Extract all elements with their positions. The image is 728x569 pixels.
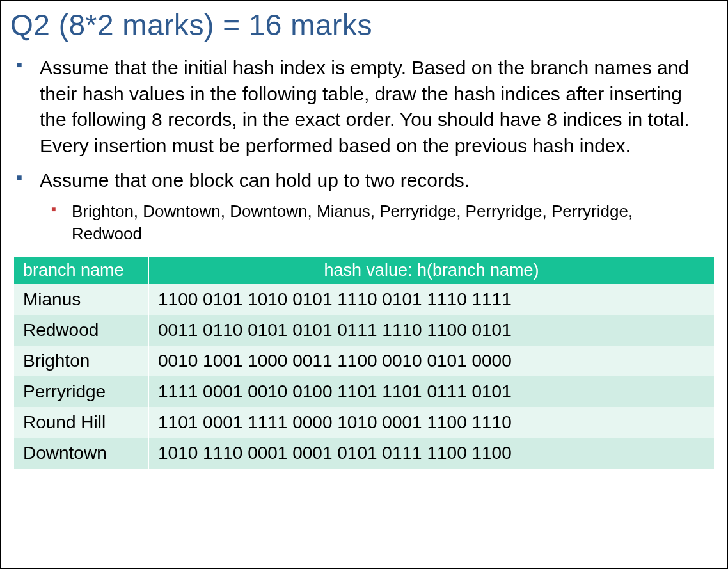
- table-row: Perryridge 1111 0001 0010 0100 1101 1101…: [14, 376, 714, 407]
- cell-hash-value: 1010 1110 0001 0001 0101 0111 1100 1100: [148, 438, 714, 469]
- table-row: Round Hill 1101 0001 1111 0000 1010 0001…: [14, 407, 714, 438]
- cell-hash-value: 0010 1001 1000 0011 1100 0010 0101 0000: [148, 346, 714, 376]
- bullet-item-1: Assume that the initial hash index is em…: [40, 55, 708, 159]
- cell-branch-name: Round Hill: [14, 407, 148, 438]
- sub-bullet-list: Brighton, Downtown, Downtown, Mianus, Pe…: [40, 200, 708, 245]
- cell-hash-value: 1111 0001 0010 0100 1101 1101 0111 0101: [148, 376, 714, 407]
- cell-hash-value: 0011 0110 0101 0101 0111 1110 1100 0101: [148, 315, 714, 346]
- sub-bullet-item-1: Brighton, Downtown, Downtown, Mianus, Pe…: [72, 200, 708, 245]
- table-header-branch: branch name: [14, 257, 148, 284]
- table-row: Redwood 0011 0110 0101 0101 0111 1110 11…: [14, 315, 714, 346]
- cell-branch-name: Redwood: [14, 315, 148, 346]
- table-row: Brighton 0010 1001 1000 0011 1100 0010 0…: [14, 346, 714, 376]
- cell-branch-name: Perryridge: [14, 376, 148, 407]
- cell-branch-name: Downtown: [14, 438, 148, 469]
- cell-branch-name: Mianus: [14, 284, 148, 315]
- table-header-hash: hash value: h(branch name): [148, 257, 714, 284]
- bullet-list: Assume that the initial hash index is em…: [1, 55, 727, 245]
- slide-title: Q2 (8*2 marks) = 16 marks: [1, 1, 727, 55]
- bullet-item-2: Assume that one block can hold up to two…: [40, 168, 708, 245]
- hash-table: branch name hash value: h(branch name) M…: [14, 257, 714, 469]
- cell-hash-value: 1100 0101 1010 0101 1110 0101 1110 1111: [148, 284, 714, 315]
- table-row: Downtown 1010 1110 0001 0001 0101 0111 1…: [14, 438, 714, 469]
- table-row: Mianus 1100 0101 1010 0101 1110 0101 111…: [14, 284, 714, 315]
- cell-branch-name: Brighton: [14, 346, 148, 376]
- table-header-row: branch name hash value: h(branch name): [14, 257, 714, 284]
- cell-hash-value: 1101 0001 1111 0000 1010 0001 1100 1110: [148, 407, 714, 438]
- bullet-item-2-text: Assume that one block can hold up to two…: [40, 170, 470, 191]
